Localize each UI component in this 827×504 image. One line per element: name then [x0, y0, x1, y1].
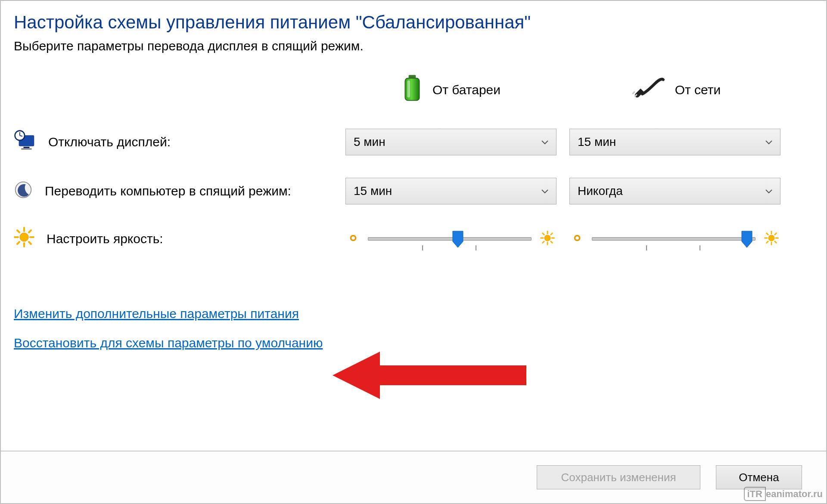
chevron-down-icon [540, 186, 550, 196]
display-off-battery-select[interactable]: 5 мин [345, 129, 557, 155]
sleep-ac-select[interactable]: Никогда [569, 178, 780, 204]
display-off-ac-select[interactable]: 15 мин [569, 129, 780, 155]
save-button: Сохранить изменения [537, 465, 700, 489]
link-restore-defaults[interactable]: Восстановить для схемы параметры по умол… [14, 336, 323, 350]
slider-thumb[interactable] [741, 231, 752, 248]
column-header-battery: От батареи [345, 73, 557, 106]
chevron-down-icon [540, 137, 550, 147]
chevron-down-icon [764, 186, 774, 196]
sleep-ac-value: Никогда [578, 184, 623, 198]
moon-icon [14, 180, 33, 202]
link-advanced-power-settings[interactable]: Изменить дополнительные параметры питани… [14, 306, 299, 321]
sleep-battery-value: 15 мин [354, 184, 392, 198]
row-display-off-label: Отключать дисплей: [14, 130, 333, 155]
column-header-ac-label: От сети [675, 83, 721, 97]
sun-icon [14, 227, 34, 250]
battery-icon [401, 73, 423, 106]
cancel-button[interactable]: Отмена [716, 465, 802, 489]
display-off-battery-value: 5 мин [354, 135, 386, 149]
page-subtitle: Выберите параметры перевода дисплея в сп… [14, 39, 813, 53]
brightness-battery-slider[interactable] [345, 231, 557, 247]
column-header-ac: От сети [569, 77, 780, 102]
sleep-battery-select[interactable]: 15 мин [345, 178, 557, 204]
row-brightness-label: Настроить яркость: [14, 227, 333, 250]
page-title: Настройка схемы управления питанием "Сба… [14, 12, 813, 33]
monitor-clock-icon [14, 130, 36, 155]
sun-dim-icon [347, 232, 359, 246]
slider-thumb[interactable] [452, 231, 463, 248]
brightness-ac-slider[interactable] [569, 231, 780, 247]
power-plug-icon [629, 77, 665, 102]
sun-dim-icon [571, 232, 583, 246]
chevron-down-icon [764, 137, 774, 147]
row-sleep-label: Переводить компьютер в спящий режим: [14, 180, 333, 202]
sun-bright-icon [764, 231, 779, 247]
display-off-ac-value: 15 мин [578, 135, 616, 149]
column-header-battery-label: От батареи [432, 83, 501, 97]
sun-bright-icon [540, 231, 555, 247]
